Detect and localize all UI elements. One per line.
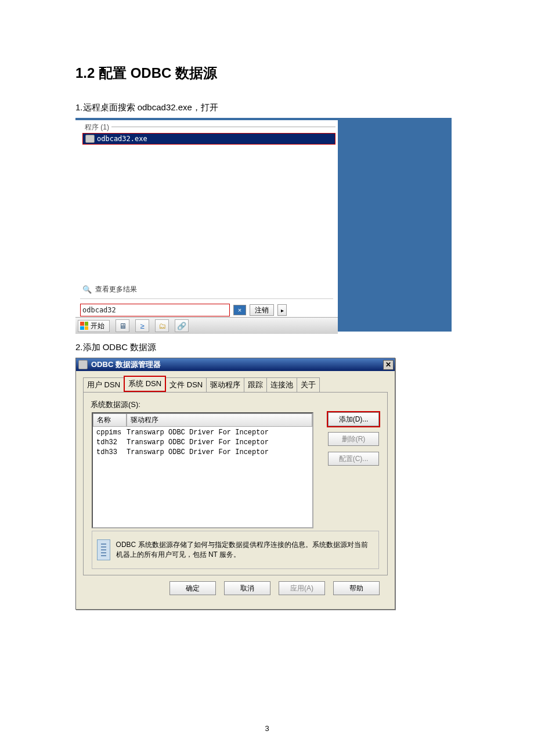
tab-panel: 系统数据源(S): 名称 驱动程序 cppims Transwarp ODBC … <box>83 392 388 575</box>
tab-system-dsn[interactable]: 系统 DSN <box>124 376 166 392</box>
configure-button[interactable]: 配置(C)... <box>328 452 379 466</box>
info-text: ODBC 系统数据源存储了如何与指定数据提供程序连接的信息。系统数据源对当前机器… <box>116 540 374 560</box>
taskbar-icon-server[interactable]: 🖥 <box>116 319 129 332</box>
tabs-row: 用户 DSN 系统 DSN 文件 DSN 驱动程序 跟踪 连接池 关于 <box>83 376 388 392</box>
dsn-driver: Transwarp ODBC Driver For Inceptor <box>127 448 309 458</box>
taskbar-icon-powershell[interactable]: ≥ <box>135 319 149 332</box>
tab-trace[interactable]: 跟踪 <box>244 377 267 392</box>
divider <box>80 298 333 299</box>
delete-button[interactable]: 删除(R) <box>328 432 379 446</box>
dialog-title: ODBC 数据源管理器 <box>91 359 161 370</box>
close-icon[interactable]: ✕ <box>383 360 394 370</box>
start-button[interactable]: 开始 <box>78 320 110 332</box>
tab-drivers[interactable]: 驱动程序 <box>206 377 244 392</box>
logout-button[interactable]: 注销 <box>250 304 274 316</box>
programs-group-label: 程序 (1) <box>82 123 111 132</box>
ok-button[interactable]: 确定 <box>169 581 216 595</box>
page-number: 3 <box>0 724 534 733</box>
add-button[interactable]: 添加(D)... <box>328 412 379 426</box>
tab-pool[interactable]: 连接池 <box>266 377 297 392</box>
step-1-text: 1.远程桌面搜索 odbcad32.exe，打开 <box>75 102 459 113</box>
dialog-titlebar: ODBC 数据源管理器 ✕ <box>76 358 395 371</box>
dsn-driver: Transwarp ODBC Driver For Inceptor <box>127 438 309 448</box>
see-more-label: 查看更多结果 <box>95 285 137 294</box>
tab-file-dsn[interactable]: 文件 DSN <box>165 377 207 392</box>
odbc-admin-dialog: ODBC 数据源管理器 ✕ 用户 DSN 系统 DSN 文件 DSN 驱动程序 … <box>75 358 395 610</box>
step-2-text: 2.添加 ODBC 数据源 <box>75 342 459 353</box>
start-label: 开始 <box>91 321 104 331</box>
search-icon: 🔍 <box>82 285 92 294</box>
search-result-label: odbcad32.exe <box>97 135 147 143</box>
clear-button[interactable]: × <box>233 305 246 315</box>
taskbar-icon-explorer[interactable]: 🗂 <box>155 319 169 332</box>
search-result-odbcad32[interactable]: odbcad32.exe <box>82 133 335 145</box>
database-icon <box>97 539 110 560</box>
cancel-button[interactable]: 取消 <box>224 581 270 595</box>
dsn-listbox[interactable]: 名称 驱动程序 cppims Transwarp ODBC Driver For… <box>92 412 313 528</box>
search-input-value: odbcad32 <box>82 306 116 314</box>
tab-user-dsn[interactable]: 用户 DSN <box>83 377 124 392</box>
apply-button[interactable]: 应用(A) <box>279 581 325 595</box>
taskbar-icon-network[interactable]: 🔗 <box>175 319 189 332</box>
logout-dropdown-arrow[interactable]: ▸ <box>277 304 287 316</box>
dsn-driver: Transwarp ODBC Driver For Inceptor <box>127 428 309 438</box>
system-dsn-label: 系统数据源(S): <box>91 399 380 410</box>
dsn-row[interactable]: tdh32 Transwarp ODBC Driver For Inceptor <box>96 438 309 448</box>
search-input[interactable]: odbcad32 <box>80 304 230 316</box>
exe-icon <box>85 135 95 143</box>
info-box: ODBC 系统数据源存储了如何与指定数据提供程序连接的信息。系统数据源对当前机器… <box>92 531 379 569</box>
windows-logo-icon <box>80 322 88 330</box>
dsn-name: tdh33 <box>96 448 127 458</box>
divider <box>111 127 335 127</box>
dsn-row[interactable]: cppims Transwarp ODBC Driver For Incepto… <box>96 428 309 438</box>
taskbar: 开始 🖥 ≥ 🗂 🔗 <box>75 317 338 334</box>
tab-about[interactable]: 关于 <box>297 377 320 392</box>
screenshot-search-panel: 程序 (1) odbcad32.exe 🔍 查看更多结果 odbcad32 × … <box>75 118 452 332</box>
dsn-row[interactable]: tdh33 Transwarp ODBC Driver For Inceptor <box>96 448 309 458</box>
section-heading: 1.2 配置 ODBC 数据源 <box>75 64 459 82</box>
col-header-name[interactable]: 名称 <box>93 413 127 427</box>
help-button[interactable]: 帮助 <box>333 581 380 595</box>
dsn-name: tdh32 <box>96 438 127 448</box>
odbc-icon <box>78 360 88 369</box>
dsn-name: cppims <box>96 428 127 438</box>
see-more-results[interactable]: 🔍 查看更多结果 <box>82 285 137 294</box>
col-header-driver[interactable]: 驱动程序 <box>127 413 312 427</box>
